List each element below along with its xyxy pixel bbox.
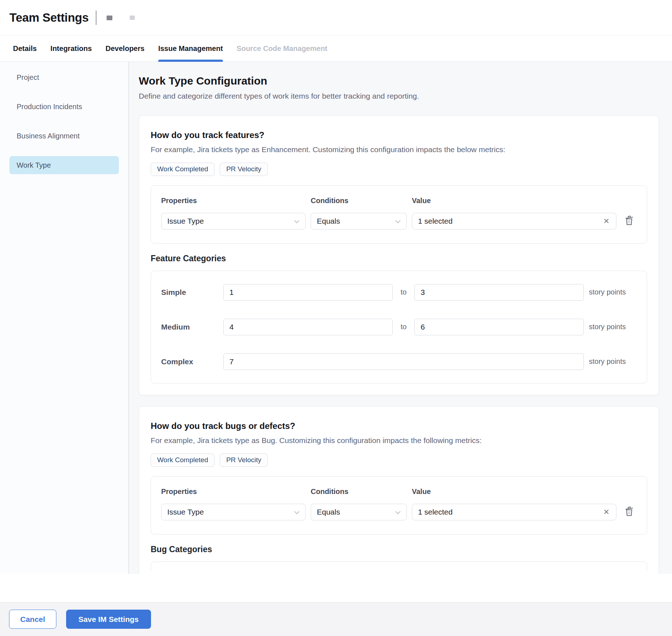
placeholder-icon-light <box>130 16 135 20</box>
settings-sidebar: Project Production Incidents Business Al… <box>0 62 129 574</box>
clear-selection-icon[interactable]: ✕ <box>602 507 610 516</box>
value-multiselect-value: 1 selected <box>418 508 453 516</box>
simple-to-input[interactable] <box>414 284 584 301</box>
properties-column-label: Properties <box>161 487 306 496</box>
complex-from-input[interactable] <box>223 353 584 370</box>
footer-gap <box>0 574 672 602</box>
badge-work-completed: Work Completed <box>151 454 215 467</box>
page-title: Team Settings <box>9 11 89 25</box>
category-label: Simple <box>161 288 223 297</box>
value-column-label: Value <box>412 197 616 205</box>
delete-filter-button[interactable] <box>621 215 637 227</box>
property-select[interactable]: Issue Type <box>161 504 306 520</box>
condition-select[interactable]: Equals <box>311 213 407 229</box>
chevron-down-icon <box>395 508 401 516</box>
content-area: Work Type Configuration Define and categ… <box>129 62 672 574</box>
footer-bar: Cancel Save IM Settings <box>0 602 672 636</box>
chevron-down-icon <box>294 217 300 225</box>
story-points-label: story points <box>589 323 637 331</box>
category-label: Complex <box>161 357 223 366</box>
badge-pr-velocity: PR Velocity <box>220 454 268 467</box>
property-select-value: Issue Type <box>167 508 204 516</box>
clear-selection-icon[interactable]: ✕ <box>602 216 610 225</box>
value-multiselect-value: 1 selected <box>418 217 453 225</box>
sidebar-item-project[interactable]: Project <box>9 68 119 86</box>
features-filter-box: Properties Conditions Value Issue Type E… <box>151 185 647 244</box>
chevron-down-icon <box>395 217 401 225</box>
trash-icon <box>624 215 634 227</box>
save-im-settings-button[interactable]: Save IM Settings <box>66 610 151 629</box>
content-subtitle: Define and categorize different types of… <box>139 92 659 100</box>
features-metric-badges: Work Completed PR Velocity <box>151 163 647 176</box>
features-question: How do you track features? <box>151 130 647 140</box>
simple-from-input[interactable] <box>223 284 393 301</box>
sidebar-item-business-alignment[interactable]: Business Alignment <box>9 127 119 145</box>
features-card: How do you track features? For example, … <box>139 115 659 395</box>
medium-from-input[interactable] <box>223 319 393 335</box>
property-select[interactable]: Issue Type <box>161 213 306 229</box>
tab-issue-management[interactable]: Issue Management <box>158 36 223 61</box>
bugs-filter-box: Properties Conditions Value Issue Type E… <box>151 476 647 534</box>
features-description: For example, Jira tickets type as Enhanc… <box>151 145 647 154</box>
bug-categories-box <box>151 562 647 571</box>
delete-filter-button[interactable] <box>621 506 637 518</box>
tab-integrations[interactable]: Integrations <box>51 36 92 61</box>
condition-select-value: Equals <box>317 508 340 516</box>
category-label: Medium <box>161 323 223 331</box>
value-multiselect[interactable]: 1 selected ✕ <box>412 213 616 229</box>
badge-pr-velocity: PR Velocity <box>220 163 268 176</box>
properties-column-label: Properties <box>161 197 306 205</box>
bugs-metric-badges: Work Completed PR Velocity <box>151 454 647 467</box>
content-title: Work Type Configuration <box>139 75 659 87</box>
feature-categories-title: Feature Categories <box>151 254 647 263</box>
settings-tab-bar: Details Integrations Developers Issue Ma… <box>0 35 672 62</box>
title-divider <box>96 10 96 25</box>
condition-select[interactable]: Equals <box>311 504 407 520</box>
sidebar-item-work-type[interactable]: Work Type <box>9 156 119 174</box>
body-row: Project Production Incidents Business Al… <box>0 62 672 574</box>
tab-details[interactable]: Details <box>13 36 37 61</box>
category-row-complex: Complex story points <box>161 353 637 370</box>
story-points-label: story points <box>589 288 637 296</box>
placeholder-icon-dark <box>107 16 112 20</box>
category-row-medium: Medium to story points <box>161 319 637 335</box>
bugs-description: For example, Jira tickets type as Bug. C… <box>151 436 647 445</box>
story-points-label: story points <box>589 357 637 366</box>
badge-work-completed: Work Completed <box>151 163 215 176</box>
tab-source-code-management[interactable]: Source Code Management <box>237 36 327 61</box>
value-column-label: Value <box>412 487 616 496</box>
category-row-simple: Simple to story points <box>161 284 637 301</box>
cancel-button[interactable]: Cancel <box>9 610 56 629</box>
tab-developers[interactable]: Developers <box>105 36 145 61</box>
bugs-question: How do you track bugs or defects? <box>151 421 647 431</box>
medium-to-input[interactable] <box>414 319 584 335</box>
conditions-column-label: Conditions <box>311 197 407 205</box>
to-label: to <box>401 323 407 331</box>
team-settings-page: Team Settings Details Integrations Devel… <box>0 0 672 636</box>
bug-categories-title: Bug Categories <box>151 545 647 554</box>
sidebar-item-production-incidents[interactable]: Production Incidents <box>9 98 119 116</box>
chevron-down-icon <box>294 508 300 516</box>
value-multiselect[interactable]: 1 selected ✕ <box>412 504 616 520</box>
conditions-column-label: Conditions <box>311 487 407 496</box>
page-header: Team Settings <box>0 0 672 35</box>
condition-select-value: Equals <box>317 217 340 225</box>
bugs-card: How do you track bugs or defects? For ex… <box>139 406 659 574</box>
feature-categories-box: Simple to story points Medium to story p… <box>151 271 647 383</box>
property-select-value: Issue Type <box>167 217 204 225</box>
to-label: to <box>401 288 407 296</box>
trash-icon <box>624 506 634 518</box>
